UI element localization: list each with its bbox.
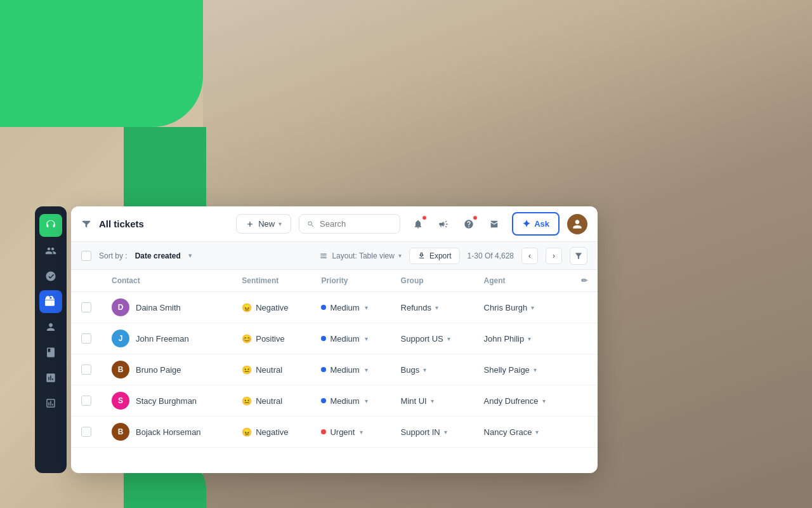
agent-name-4: Nancy Grace <box>484 427 532 437</box>
group-name-0: Refunds <box>401 303 431 312</box>
green-decoration-1 <box>0 0 203 127</box>
sidebar-icon-person[interactable] <box>39 316 62 338</box>
search-box[interactable] <box>299 214 400 234</box>
sidebar-icon-compass[interactable] <box>39 265 62 288</box>
agent-cell-0[interactable]: Chris Burgh ▾ <box>484 303 561 312</box>
group-cell-3[interactable]: Mint UI ▾ <box>401 396 464 406</box>
sentiment-cell-0: 😠 Negative <box>242 303 301 312</box>
sentiment-emoji-0: 😠 <box>242 303 252 312</box>
agent-dropdown-0[interactable]: ▾ <box>531 304 534 311</box>
table-row: S Stacy Burghman 😐 Neutral Medium ▾ Mint… <box>71 385 598 417</box>
sentiment-cell-2: 😐 Neutral <box>242 365 301 375</box>
table-row: B Bruno Paige 😐 Neutral Medium ▾ Bugs ▾ <box>71 354 598 385</box>
priority-dot-1 <box>321 336 326 341</box>
priority-dropdown-0[interactable]: ▾ <box>365 304 368 311</box>
priority-dot-4 <box>321 429 326 434</box>
priority-cell-4[interactable]: Urgent ▾ <box>321 427 380 437</box>
col-contact: Contact <box>102 270 232 292</box>
contact-cell-4: B Bojack Horseman <box>112 423 221 441</box>
sentiment-label-1: Positive <box>256 334 285 344</box>
sidebar-icon-reports[interactable] <box>39 392 62 415</box>
priority-label-4: Urgent <box>330 427 355 437</box>
layout-button[interactable]: Layout: Table view ▾ <box>319 251 402 260</box>
prev-page-button[interactable]: ‹ <box>521 248 538 264</box>
group-dropdown-3[interactable]: ▾ <box>431 398 434 404</box>
sort-value[interactable]: Date created <box>135 251 181 260</box>
sidebar-icon-analytics[interactable] <box>39 366 62 389</box>
help-button[interactable] <box>459 214 479 234</box>
agent-cell-4[interactable]: Nancy Grace ▾ <box>484 427 561 437</box>
contact-avatar-0: D <box>112 298 129 316</box>
agent-dropdown-1[interactable]: ▾ <box>528 335 531 342</box>
priority-dot-2 <box>321 367 326 372</box>
group-dropdown-0[interactable]: ▾ <box>435 304 438 311</box>
ask-button[interactable]: ✦ Ask <box>512 212 560 236</box>
group-cell-1[interactable]: Support US ▾ <box>401 334 464 344</box>
sentiment-cell-1: 😊 Positive <box>242 334 301 344</box>
sidebar-icon-book[interactable] <box>39 341 62 364</box>
group-name-2: Bugs <box>401 365 420 375</box>
new-button[interactable]: New ▾ <box>236 214 291 234</box>
group-cell-4[interactable]: Support IN ▾ <box>401 427 464 437</box>
contact-name-2: Bruno Paige <box>136 365 181 375</box>
search-input[interactable] <box>320 219 392 229</box>
priority-cell-1[interactable]: Medium ▾ <box>321 334 380 344</box>
header-icons <box>408 214 504 234</box>
group-cell-2[interactable]: Bugs ▾ <box>401 365 464 375</box>
contact-cell-1: J John Freeman <box>112 330 221 347</box>
col-sentiment: Sentiment <box>232 270 311 292</box>
page-title: All tickets <box>99 218 144 229</box>
agent-name-2: Shelly Paige <box>484 365 530 375</box>
row-checkbox-3[interactable] <box>81 396 91 406</box>
filter-icon[interactable] <box>81 219 91 229</box>
next-page-button[interactable]: › <box>546 248 562 264</box>
group-name-4: Support IN <box>401 427 440 437</box>
priority-cell-3[interactable]: Medium ▾ <box>321 396 380 406</box>
priority-dot-0 <box>321 305 326 310</box>
sidebar-icon-headset[interactable] <box>39 214 62 237</box>
contact-cell-3: S Stacy Burghman <box>112 392 221 410</box>
priority-dropdown-1[interactable]: ▾ <box>365 335 368 342</box>
contact-cell-2: B Bruno Paige <box>112 361 221 378</box>
group-cell-0[interactable]: Refunds ▾ <box>401 303 464 312</box>
megaphone-button[interactable] <box>433 214 454 234</box>
sidebar <box>35 206 67 473</box>
agent-dropdown-3[interactable]: ▾ <box>542 398 546 404</box>
group-dropdown-4[interactable]: ▾ <box>444 429 447 436</box>
filter-button[interactable] <box>570 247 587 265</box>
agent-cell-3[interactable]: Andy Dufrence ▾ <box>484 396 561 406</box>
agent-cell-1[interactable]: John Philip ▾ <box>484 334 561 344</box>
row-checkbox-1[interactable] <box>81 333 91 344</box>
table-row: J John Freeman 😊 Positive Medium ▾ Suppo… <box>71 323 598 354</box>
group-dropdown-2[interactable]: ▾ <box>423 366 426 373</box>
edit-columns-icon[interactable]: ✏ <box>581 276 587 285</box>
sentiment-label-4: Negative <box>256 427 288 437</box>
priority-dropdown-3[interactable]: ▾ <box>365 398 368 404</box>
avatar[interactable] <box>567 214 587 234</box>
priority-cell-2[interactable]: Medium ▾ <box>321 365 380 375</box>
table-row: B Bojack Horseman 😠 Negative Urgent ▾ Su… <box>71 417 598 448</box>
row-checkbox-4[interactable] <box>81 427 91 437</box>
agent-name-0: Chris Burgh <box>484 303 528 312</box>
contact-name-0: Daina Smith <box>136 303 181 312</box>
sentiment-label-3: Neutral <box>256 396 282 406</box>
agent-name-3: Andy Dufrence <box>484 396 539 406</box>
sentiment-emoji-2: 😐 <box>242 365 252 375</box>
sidebar-icon-users[interactable] <box>39 239 62 262</box>
sentiment-label-0: Negative <box>256 303 288 312</box>
select-all-checkbox[interactable] <box>81 251 91 261</box>
notification-button[interactable] <box>408 214 428 234</box>
priority-cell-0[interactable]: Medium ▾ <box>321 303 380 312</box>
priority-dropdown-4[interactable]: ▾ <box>360 429 363 436</box>
store-button[interactable] <box>484 214 504 234</box>
row-checkbox-2[interactable] <box>81 364 91 375</box>
agent-cell-2[interactable]: Shelly Paige ▾ <box>484 365 561 375</box>
agent-dropdown-2[interactable]: ▾ <box>534 366 537 373</box>
group-dropdown-1[interactable]: ▾ <box>447 335 450 342</box>
pagination: 1-30 Of 4,628 <box>468 251 514 260</box>
row-checkbox-0[interactable] <box>81 302 91 312</box>
agent-dropdown-4[interactable]: ▾ <box>535 429 539 436</box>
sidebar-icon-tickets[interactable] <box>39 290 62 313</box>
export-button[interactable]: Export <box>409 248 460 264</box>
priority-dropdown-2[interactable]: ▾ <box>365 366 368 373</box>
